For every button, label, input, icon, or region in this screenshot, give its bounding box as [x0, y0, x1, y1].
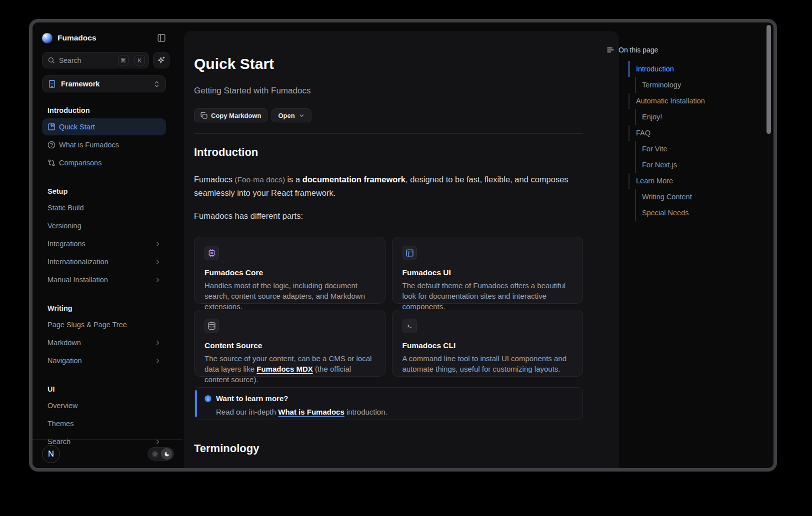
terminology-term: Markdown/MDX: [194, 470, 258, 472]
sidebar-header: Fumadocs [42, 31, 166, 44]
toc-item-writing-content[interactable]: Writing Content [635, 189, 768, 205]
parts-paragraph: Fumadocs has different parts: [194, 209, 583, 223]
chevrons-up-down-icon [153, 80, 160, 88]
sidebar-item-page-slugs[interactable]: Page Slugs & Page Tree [42, 316, 166, 333]
terminology-paragraph: Markdown/MDX: Markdown is a markup langu… [194, 468, 583, 472]
nav-section-title: Introduction [42, 105, 166, 115]
header-divider [194, 133, 583, 134]
cpu-icon [204, 246, 219, 260]
sun-icon[interactable] [152, 451, 158, 458]
toc-item-learn-more[interactable]: Learn More [628, 173, 768, 189]
open-button[interactable]: Open [272, 108, 311, 122]
chevron-right-icon [154, 240, 162, 248]
sidebar-item-navigation[interactable]: Navigation [42, 352, 166, 369]
toc-item-enjoy[interactable]: Enjoy! [635, 109, 768, 125]
chevron-right-icon [154, 357, 162, 365]
brand-title: Fumadocs [58, 33, 96, 42]
toc-item-special-needs[interactable]: Special Needs [635, 205, 768, 221]
toc-item-faq[interactable]: FAQ [628, 125, 768, 141]
sidebar-item-overview[interactable]: Overview [42, 397, 166, 414]
toc-item-automatic-installation[interactable]: Automatic Installation [628, 93, 768, 109]
toc-item-introduction[interactable]: Introduction [628, 61, 768, 77]
sidebar-item-markdown[interactable]: Markdown [42, 334, 166, 351]
search-placeholder: Search [59, 56, 114, 64]
page-subtitle: Getting Started with Fumadocs [194, 85, 583, 96]
chevron-right-icon [154, 339, 162, 347]
sidebar-item-themes[interactable]: Themes [42, 415, 166, 432]
book-icon [48, 123, 56, 131]
sidebar-item-label: Markdown [48, 339, 81, 347]
what-is-fumadocs-link[interactable]: What is Fumadocs [278, 408, 344, 416]
callout-text: Read our in-depth [216, 408, 278, 416]
callout-accent-bar [195, 390, 197, 417]
sidebar-item-internationalization[interactable]: Internationalization [42, 253, 166, 270]
moon-icon [164, 451, 170, 457]
building-icon [48, 79, 56, 88]
fumadocs-mdx-link[interactable]: Fumadocs MDX [256, 365, 313, 373]
sparkles-icon [157, 56, 166, 64]
card-title: Fumadocs UI [402, 268, 573, 277]
app-window: Fumadocs Search ⌘ K [29, 19, 777, 472]
search-input[interactable]: Search ⌘ K [42, 52, 149, 68]
nextjs-avatar[interactable]: N [42, 445, 60, 463]
intro-pronunciation: (Foo-ma docs) [232, 175, 287, 184]
card-content-source[interactable]: Content Source The source of your conten… [194, 310, 386, 377]
sidebar-collapse-button[interactable] [157, 33, 166, 42]
toc-list: Introduction Terminology Automatic Insta… [628, 61, 768, 221]
main-content-panel: Quick Start Getting Started with Fumadoc… [184, 31, 619, 472]
card-fumadocs-ui[interactable]: Fumadocs UI The default theme of Fumadoc… [392, 237, 584, 304]
callout-text: introduction. [344, 408, 388, 416]
intro-text: Fumadocs [194, 175, 232, 184]
toc-item-for-nextjs[interactable]: For Next.js [635, 157, 768, 173]
info-icon [204, 395, 212, 403]
kbd-cmd: ⌘ [118, 55, 129, 65]
info-callout: Want to learn more? Read our in-depth Wh… [194, 387, 583, 420]
fumadocs-logo [42, 33, 52, 43]
database-icon [204, 319, 219, 333]
intro-text: is a [287, 175, 302, 184]
intro-bold-text: documentation framework [302, 175, 406, 184]
sidebar-item-integrations[interactable]: Integrations [42, 235, 166, 252]
card-fumadocs-cli[interactable]: Fumadocs CLI A command line tool to inst… [392, 310, 584, 377]
sidebar-item-quick-start[interactable]: Quick Start [42, 118, 166, 135]
sidebar-item-label: Manual Installation [48, 276, 108, 284]
terminology-heading: Terminology [194, 442, 583, 455]
copy-markdown-button[interactable]: Copy Markdown [194, 108, 268, 122]
nav-section-title: Writing [42, 303, 166, 313]
chevron-right-icon [154, 258, 162, 266]
copy-icon [200, 112, 208, 119]
framework-selector[interactable]: Framework [42, 75, 166, 92]
sidebar-item-label: Quick Start [59, 123, 95, 131]
sidebar-item-versioning[interactable]: Versioning [42, 217, 166, 234]
sidebar: Fumadocs Search ⌘ K [32, 22, 182, 468]
theme-toggle[interactable] [148, 447, 174, 461]
kbd-k: K [134, 55, 145, 65]
card-description: The default theme of Fumadocs offers a b… [402, 280, 573, 312]
sidebar-item-manual-installation[interactable]: Manual Installation [42, 271, 166, 288]
sidebar-item-static-build[interactable]: Static Build [42, 199, 166, 216]
callout-body: Read our in-depth What is Fumadocs intro… [216, 408, 574, 416]
git-compare-icon [48, 159, 56, 167]
toc-item-for-vite[interactable]: For Vite [635, 141, 768, 157]
sidebar-item-label: Comparisons [59, 159, 102, 167]
sidebar-item-comparisons[interactable]: Comparisons [42, 154, 166, 171]
sidebar-item-what-is-fumadocs[interactable]: What is Fumadocs [42, 136, 166, 153]
open-label: Open [278, 112, 294, 119]
card-title: Content Source [204, 341, 375, 350]
feature-cards-grid: Fumadocs Core Handles most of the logic,… [194, 237, 583, 377]
card-title: Fumadocs CLI [402, 341, 573, 350]
toc-item-terminology[interactable]: Terminology [635, 77, 768, 93]
chevron-down-icon [298, 112, 305, 119]
moon-toggle-active[interactable] [161, 448, 172, 460]
search-row: Search ⌘ K [42, 52, 170, 68]
sidebar-item-label: Internationalization [48, 258, 108, 266]
sidebar-item-label: Versioning [48, 222, 82, 230]
window-scrollbar-thumb[interactable] [766, 25, 771, 134]
card-fumadocs-core[interactable]: Fumadocs Core Handles most of the logic,… [194, 237, 386, 304]
ai-assistant-button[interactable] [153, 52, 170, 68]
card-description: A command line tool to install UI compon… [402, 353, 573, 374]
sidebar-item-label: Static Build [48, 204, 84, 212]
sidebar-nav: Introduction Quick Start What is Fumadoc… [42, 92, 166, 451]
callout-title: Want to learn more? [216, 394, 574, 403]
sidebar-footer: N [32, 439, 182, 468]
